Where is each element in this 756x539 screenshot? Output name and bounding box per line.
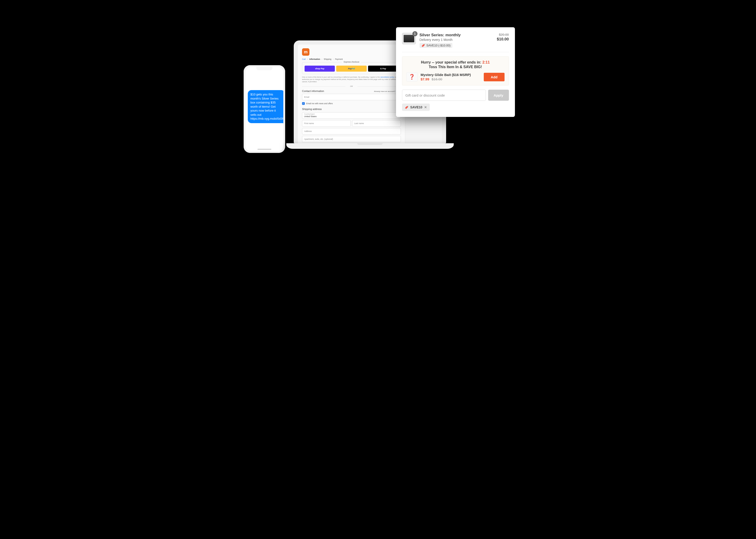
sms-message: $10 gets you this month's Silver Series … [248,90,283,123]
product-frequency: Delivery every 1 Month [420,38,487,41]
upsell-offer: Hurry -- your special offer ends in: 2:1… [402,56,509,86]
product-discount-tag: 🔖 SAVE10 (-$10.00) [420,43,452,48]
breadcrumb: Cart › Information › Shipping › Payment [302,58,401,60]
remove-discount-icon[interactable]: ✕ [424,105,427,109]
upsell-thumb: ❓ [406,72,418,82]
cancellation-policy-link[interactable]: cancellation policy [380,76,394,78]
last-name-field[interactable]: Last name [352,120,401,126]
breadcrumb-payment: Payment [335,58,343,60]
upsell-sale-price: $7.99 [421,77,430,81]
price-final: $10.00 [490,37,509,41]
phone-notch [256,67,272,70]
address-field[interactable]: Address [302,128,401,134]
news-checkbox[interactable]: ✓ [302,102,305,105]
offer-timer: 2:11 [482,60,490,64]
country-select[interactable]: Country/region United States ▾ [302,112,401,119]
contact-heading: Contact information [302,90,324,92]
gpay-button[interactable]: G Pay [368,66,398,72]
checkout-form: m Cart › Information › Shipping › Paymen… [298,44,405,143]
product-title: Silver Series: monthly [420,33,487,38]
shop-pay-button[interactable]: shop Pay [305,66,335,72]
express-checkout: Express checkout shop Pay PayPal G Pay [302,62,401,74]
qty-badge: 1 [412,31,418,36]
apt-field[interactable]: Apartment, suite, etc. (optional) [302,136,401,142]
phone-mockup: $10 gets you this month's Silver Series … [243,65,285,153]
shipping-heading: Shipping address [302,108,401,111]
email-field[interactable]: Email [302,94,396,100]
paypal-button[interactable]: PayPal [336,66,367,72]
breadcrumb-info: Information [309,58,320,60]
phone-screen: $10 gets you this month's Silver Series … [245,67,283,151]
offer-subhead: Toss This Item In & SAVE BIG! [406,65,505,69]
cart-detail-card: 1 Silver Series: monthly Delivery every … [396,27,515,117]
news-label: Email me with news and offers [306,102,333,105]
express-label: Express checkout [342,61,361,63]
first-name-field[interactable]: First name [302,120,351,126]
home-indicator [257,149,271,150]
breadcrumb-shipping: Shipping [324,58,331,60]
tag-icon: 🔖 [421,44,425,47]
laptop-base [286,143,454,149]
price-original: $20.00 [490,33,509,37]
add-upsell-button[interactable]: Add [484,73,504,81]
product-thumb: 1 [402,33,416,44]
offer-headline: Hurry -- your special offer ends in: 2:1… [406,60,505,64]
upsell-compare-price: $16.00 [432,77,442,81]
tag-icon: 🔖 [405,105,408,109]
applied-discount-chip: 🔖 SAVE10 ✕ [402,104,430,111]
or-divider: OR [302,85,401,87]
apply-button[interactable]: Apply [488,90,509,101]
subscription-disclaimer: One or more of the items in your cart is… [302,76,401,83]
brand-logo: m [302,48,309,56]
breadcrumb-cart[interactable]: Cart [302,58,306,60]
upsell-title: Mystery Glide Bait ($16 MSRP) [421,73,481,77]
discount-input[interactable]: Gift card or discount code [402,90,486,101]
